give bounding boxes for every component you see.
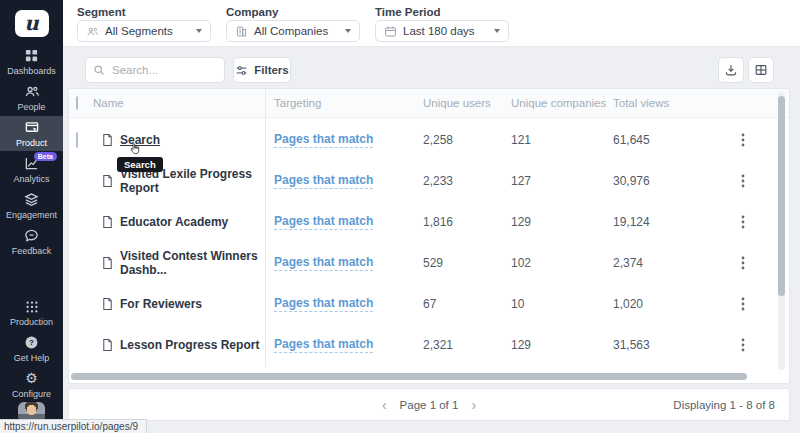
total-views-value: 1,020 [613, 297, 741, 311]
gear-icon: ⚙ [25, 371, 38, 387]
targeting-link[interactable]: Pages that match [274, 296, 373, 312]
column-header-total-views[interactable]: Total views [613, 97, 741, 109]
total-views-value: 19,124 [613, 215, 741, 229]
page-name-link[interactable]: Visited Contest Winners Dashb... [120, 249, 265, 277]
segment-label: Segment [77, 6, 211, 18]
table-row: Lesson Progress Report Pages that match … [69, 323, 789, 364]
sidebar-item-label: Configure [12, 389, 51, 399]
page-name-link[interactable]: Educator Academy [120, 215, 228, 229]
search-input[interactable] [85, 57, 225, 83]
table-columns-button[interactable] [748, 57, 774, 83]
targeting-link[interactable]: Pages that match [274, 255, 373, 271]
page-name-link[interactable]: Lesson Progress Report [120, 338, 259, 352]
row-checkbox[interactable] [76, 132, 78, 148]
segment-select[interactable]: All Segments [77, 20, 211, 42]
unique-companies-value: 10 [511, 297, 613, 311]
targeting-link[interactable]: Pages that match [274, 132, 373, 148]
targeting-link[interactable]: Pages that match [274, 173, 373, 189]
select-all-checkbox[interactable] [76, 96, 78, 110]
unique-users-value: 529 [423, 256, 511, 270]
total-views-value: 30,976 [613, 174, 741, 188]
production-icon [25, 299, 39, 315]
time-period-select[interactable]: Last 180 days [375, 20, 509, 42]
page-file-icon [101, 338, 114, 352]
prev-page-button[interactable]: ‹ [379, 397, 390, 413]
total-views-value: 61,645 [613, 133, 741, 147]
chevron-down-icon [345, 29, 351, 33]
pages-table: Name Targeting Unique users Unique compa… [68, 88, 790, 384]
sidebar-item-label: Get Help [14, 353, 50, 363]
page-indicator: Page 1 of 1 [400, 399, 459, 411]
download-button[interactable] [718, 57, 744, 83]
column-header-unique-companies[interactable]: Unique companies [511, 97, 613, 109]
table-columns-icon [754, 63, 768, 77]
page-file-icon [101, 215, 114, 229]
page-file-icon [101, 256, 114, 270]
sidebar-item-engagement[interactable]: Engagement [0, 188, 63, 223]
userpilot-logo[interactable]: u [15, 10, 49, 37]
page-file-icon [101, 297, 114, 311]
sidebar: u Dashboards People Product Beta Analyti… [0, 0, 63, 433]
filters-button-label: Filters [254, 64, 289, 76]
sidebar-item-analytics[interactable]: Beta Analytics [0, 152, 63, 187]
column-header-name[interactable]: Name [93, 97, 265, 109]
unique-companies-value: 102 [511, 256, 613, 270]
page-name-link[interactable]: For Reviewers [120, 297, 202, 311]
segment-filter-group: Segment All Segments [77, 6, 211, 46]
beta-badge: Beta [34, 152, 57, 161]
page-file-icon [101, 174, 114, 188]
sidebar-item-label: Dashboards [7, 66, 56, 76]
displaying-range: Displaying 1 - 8 of 8 [673, 399, 775, 411]
company-value: All Companies [254, 25, 339, 37]
pager: ‹ Page 1 of 1 › [379, 397, 479, 413]
svg-text:?: ? [29, 338, 34, 347]
sidebar-item-get-help[interactable]: ? Get Help [0, 331, 63, 366]
building-icon [235, 25, 248, 38]
unique-users-value: 67 [423, 297, 511, 311]
vertical-scrollbar [778, 92, 785, 370]
table-row: For Reviewers Pages that match 67 10 1,0… [69, 282, 789, 323]
next-page-button[interactable]: › [468, 397, 479, 413]
cursor-pointer-icon [128, 142, 142, 156]
table-footer: ‹ Page 1 of 1 › Displaying 1 - 8 of 8 [68, 388, 790, 421]
filter-bar: Segment All Segments Company All Compani… [63, 0, 800, 47]
company-select[interactable]: All Companies [226, 20, 360, 42]
search-box [85, 57, 225, 83]
total-views-value: 31,563 [613, 338, 741, 352]
column-header-unique-users[interactable]: Unique users [423, 97, 511, 109]
calendar-icon [384, 25, 397, 38]
targeting-link[interactable]: Pages that match [274, 214, 373, 230]
time-period-label: Time Period [375, 6, 509, 18]
people-icon [24, 84, 40, 100]
unique-companies-value: 127 [511, 174, 613, 188]
product-icon [24, 120, 40, 136]
vertical-scrollbar-thumb[interactable] [778, 96, 785, 296]
unique-companies-value: 129 [511, 215, 613, 229]
sidebar-item-label: Production [10, 317, 53, 327]
unique-companies-value: 121 [511, 133, 613, 147]
sidebar-item-people[interactable]: People [0, 80, 63, 115]
page-file-icon [101, 133, 114, 147]
column-header-targeting[interactable]: Targeting [265, 89, 423, 117]
table-row: Educator Academy Pages that match 1,816 … [69, 200, 789, 241]
sidebar-item-dashboards[interactable]: Dashboards [0, 44, 63, 79]
unique-users-value: 1,816 [423, 215, 511, 229]
sidebar-item-label: Product [16, 138, 47, 148]
chevron-down-icon [494, 29, 500, 33]
time-period-value: Last 180 days [403, 25, 488, 37]
filters-button[interactable]: Filters [233, 57, 291, 83]
targeting-link[interactable]: Pages that match [274, 337, 373, 353]
sidebar-item-product[interactable]: Product [0, 116, 63, 151]
horizontal-scrollbar-thumb[interactable] [71, 373, 747, 380]
company-filter-group: Company All Companies [226, 6, 360, 46]
sidebar-item-configure[interactable]: ⚙ Configure [0, 367, 63, 402]
sidebar-item-label: Engagement [6, 210, 57, 220]
status-url: https://run.userpilot.io/pages/9 [0, 419, 147, 433]
sidebar-item-production[interactable]: Production [0, 295, 63, 330]
unique-users-value: 2,258 [423, 133, 511, 147]
engagement-icon [24, 192, 39, 208]
sidebar-item-feedback[interactable]: Feedback [0, 224, 63, 259]
help-icon: ? [24, 335, 39, 351]
sidebar-item-label: People [17, 102, 45, 112]
download-icon [724, 63, 738, 77]
